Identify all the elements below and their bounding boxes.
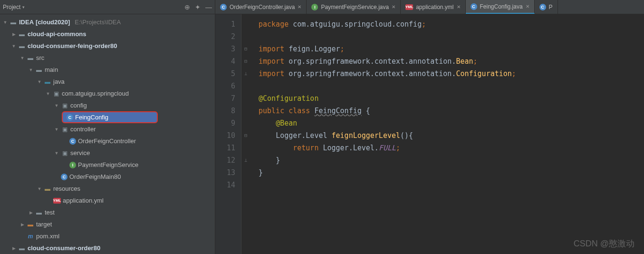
- line-number: 10: [215, 129, 235, 142]
- class-icon: C: [539, 4, 546, 10]
- chevron-down-icon[interactable]: ▼: [20, 56, 25, 60]
- tree-item[interactable]: ▶ ▬ test: [0, 206, 215, 218]
- fold-gutter: ⊟ ⊟ ⊥ ⊟ ⊥: [241, 14, 250, 254]
- editor-tabs: C OrderFeignController.java ✕ I PaymentF…: [215, 0, 644, 14]
- code-editor[interactable]: 1 2 3 4 5 6 7 8 9 10 11 12 13 14 ⊟ ⊟ ⊥: [215, 14, 644, 254]
- folder-icon: ▬: [35, 66, 43, 74]
- class-label: FeingConfig: [75, 114, 108, 121]
- chevron-right-icon[interactable]: ▶: [11, 246, 16, 251]
- chevron-right-icon[interactable]: ▶: [20, 222, 25, 227]
- tree-item[interactable]: ▼ ▣ com.atguigu.springcloud: [0, 88, 215, 99]
- line-number: 12: [215, 154, 235, 166]
- fold-icon[interactable]: ⊟: [241, 55, 250, 68]
- tree-item[interactable]: ▼ ▣ config: [0, 99, 215, 111]
- tree-item[interactable]: ▶ ▬ cloud-consumer-order80: [0, 242, 215, 254]
- interface-icon: I: [69, 162, 76, 168]
- chevron-right-icon[interactable]: ▶: [11, 32, 16, 37]
- module-icon: ▬: [18, 30, 26, 38]
- chevron-down-icon[interactable]: ▼: [54, 151, 59, 156]
- tab-orderfeigncontroller[interactable]: C OrderFeignController.java ✕: [215, 0, 307, 14]
- collapse-icon[interactable]: ―: [205, 3, 212, 11]
- line-number: 8: [215, 105, 235, 117]
- tree-item[interactable]: ▼ ▬ cloud-consumer-feing-order80: [0, 40, 215, 52]
- target-folder-icon: ▬: [27, 221, 34, 228]
- locate-icon[interactable]: ⊕: [184, 3, 190, 11]
- tree-item[interactable]: YML application.yml: [0, 195, 215, 206]
- yml-icon: YML: [53, 198, 61, 204]
- resources-folder-icon: ▬: [44, 185, 51, 193]
- tree-item[interactable]: ▼ ▬ src: [0, 52, 215, 64]
- tree-item[interactable]: C OrderFeignController: [0, 135, 215, 147]
- tab-partial[interactable]: C P: [535, 0, 558, 14]
- folder-icon: ▬: [27, 54, 34, 62]
- chevron-right-icon[interactable]: ▶: [29, 210, 33, 215]
- folder-label: java: [53, 78, 65, 85]
- yml-icon: YML: [405, 4, 413, 10]
- tree-item[interactable]: ▼ ▣ controller: [0, 123, 215, 135]
- close-icon[interactable]: ✕: [526, 4, 529, 9]
- package-label: controller: [70, 126, 96, 133]
- line-number: 11: [215, 142, 235, 154]
- package-label: config: [70, 102, 87, 109]
- class-icon: C: [69, 138, 76, 145]
- close-icon[interactable]: ✕: [457, 4, 461, 10]
- tree-root[interactable]: ▼ ▬ IDEA [cloud2020] E:\Projects\IDEA: [0, 16, 215, 28]
- package-label: service: [70, 149, 90, 156]
- sidebar-title: Project: [3, 4, 20, 10]
- tab-feingconfig[interactable]: C FeingConfig.java ✕: [466, 0, 535, 14]
- tree-item-selected[interactable]: C FeingConfig: [62, 111, 158, 123]
- module-label: cloud-api-commons: [28, 30, 87, 38]
- tab-application-yml[interactable]: YML application.yml ✕: [401, 0, 465, 14]
- module-label: cloud-consumer-feing-order80: [28, 42, 117, 49]
- line-gutter: 1 2 3 4 5 6 7 8 9 10 11 12 13 14: [215, 14, 241, 254]
- tree-item[interactable]: ▼ ▬ resources: [0, 183, 215, 195]
- chevron-down-icon[interactable]: ▼: [29, 68, 33, 72]
- folder-label: src: [36, 54, 44, 61]
- chevron-down-icon[interactable]: ▼: [37, 79, 42, 84]
- fold-icon[interactable]: ⊟: [241, 129, 250, 142]
- tree-item[interactable]: ▼ ▬ java: [0, 76, 215, 88]
- file-label: application.yml: [63, 197, 104, 204]
- tab-label: FeingConfig.java: [480, 3, 523, 10]
- line-number: 1: [215, 18, 235, 30]
- close-icon[interactable]: ✕: [298, 4, 301, 10]
- folder-label: target: [36, 221, 52, 228]
- chevron-down-icon[interactable]: ▼: [54, 103, 59, 108]
- fold-end-icon[interactable]: ⊥: [241, 68, 250, 80]
- chevron-down-icon[interactable]: ▾: [22, 5, 25, 10]
- watermark: CSDN @憨激动: [574, 238, 634, 249]
- line-number: 3: [215, 43, 235, 55]
- fold-end-icon[interactable]: ⊥: [241, 154, 250, 166]
- tree-item[interactable]: ▼ ▣ service: [0, 147, 215, 159]
- chevron-down-icon[interactable]: ▼: [46, 91, 50, 96]
- class-icon: C: [61, 174, 67, 180]
- line-number: 13: [215, 166, 235, 179]
- package-icon: ▣: [61, 102, 68, 109]
- tree-item[interactable]: C OrderFeignMain80: [0, 171, 215, 183]
- chevron-down-icon[interactable]: ▼: [11, 44, 16, 49]
- tree-item[interactable]: ▶ ▬ target: [0, 218, 215, 230]
- tree-item[interactable]: m pom.xml: [0, 230, 215, 242]
- line-number: 4: [215, 55, 235, 68]
- package-icon: ▣: [52, 90, 60, 98]
- tree-item[interactable]: ▼ ▬ main: [0, 64, 215, 76]
- tab-paymentfeignservice[interactable]: I PaymentFeignService.java ✕: [307, 0, 401, 14]
- class-icon: C: [220, 4, 227, 10]
- folder-label: resources: [53, 185, 80, 192]
- folder-label: test: [45, 209, 55, 216]
- close-icon[interactable]: ✕: [392, 4, 395, 10]
- project-tree[interactable]: ▼ ▬ IDEA [cloud2020] E:\Projects\IDEA ▶ …: [0, 14, 215, 254]
- gear-icon[interactable]: ✦: [195, 3, 201, 11]
- tree-item[interactable]: I PaymentFeignService: [0, 159, 215, 171]
- chevron-down-icon[interactable]: ▼: [37, 186, 42, 191]
- tree-item[interactable]: ▶ ▬ cloud-api-commons: [0, 28, 215, 40]
- line-number: 14: [215, 179, 235, 191]
- editor-area: C OrderFeignController.java ✕ I PaymentF…: [215, 0, 644, 254]
- chevron-down-icon[interactable]: ▼: [3, 20, 8, 25]
- code-body[interactable]: package com.atguigu.springcloud.config; …: [250, 14, 516, 254]
- line-number: 2: [215, 30, 235, 43]
- module-icon: ▬: [18, 244, 26, 252]
- chevron-down-icon[interactable]: ▼: [54, 127, 59, 132]
- fold-icon[interactable]: ⊟: [241, 43, 250, 55]
- class-icon: C: [471, 3, 477, 10]
